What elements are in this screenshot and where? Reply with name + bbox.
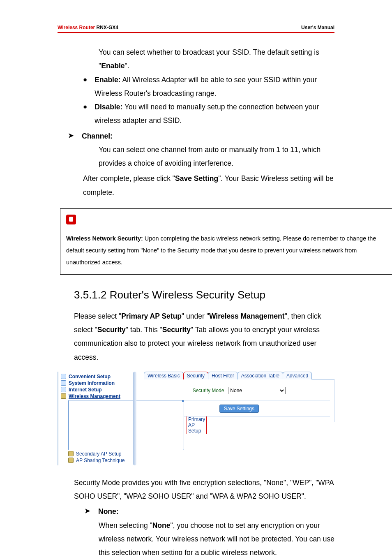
note-content: Wireless Network Security: Upon completi… [66, 233, 387, 268]
none-item-header: ➤ None: [74, 505, 334, 518]
bullet-icon: ● [83, 100, 87, 113]
none-label: None: [98, 505, 119, 518]
product-model: RNX-GX4 [97, 25, 118, 30]
page-icon [68, 400, 184, 450]
router-ui-screenshot: Convenient Setup System Information Inte… [58, 372, 334, 465]
none-description: When selecting "None", you choose not to… [99, 519, 334, 555]
tab-association-table[interactable]: Association Table [238, 372, 283, 379]
sidebar-item-primary-ap-setup[interactable]: Primary AP Setup [68, 400, 127, 451]
header-left: Wireless Router RNX-GX4 [58, 25, 118, 30]
disable-item: ● Disable: You will need to manually set… [58, 100, 334, 128]
bullet-icon: ● [83, 73, 87, 86]
security-mode-options-text: Security Mode provides you with five enc… [74, 476, 334, 504]
channel-item: ➤ Channel: [58, 130, 334, 143]
tab-security[interactable]: Security [183, 372, 208, 379]
sidebar-item-secondary-ap-setup[interactable]: Secondary AP Setup [68, 451, 127, 457]
security-setup-paragraph: Please select "Primary AP Setup" under "… [74, 310, 334, 364]
stop-hand-icon [66, 215, 76, 224]
folder-icon [61, 387, 66, 392]
enable-item: ● Enable: All Wireless Adapter will be a… [58, 73, 334, 101]
sidebar-divider [127, 372, 144, 465]
header-right: User's Manual [301, 25, 334, 30]
header-rule [58, 32, 334, 33]
save-settings-button[interactable]: Save Settings [219, 405, 259, 413]
enable-text: All Wireless Adapter will be able to see… [95, 76, 317, 97]
product-prefix: Wireless Router [58, 25, 95, 30]
tab-advanced[interactable]: Advanced [283, 372, 312, 379]
after-complete: After complete, please click "Save Setti… [83, 172, 334, 199]
page-header: Wireless Router RNX-GX4 User's Manual [58, 25, 334, 32]
tab-host-filter[interactable]: Host Filter [208, 372, 238, 379]
folder-icon [68, 458, 74, 463]
security-mode-row: Security Mode None [148, 384, 330, 400]
channel-text: You can select one channel from auto or … [99, 143, 334, 171]
channel-label: Channel: [82, 130, 113, 143]
arrow-icon: ➤ [68, 130, 74, 142]
sidebar-item-ap-sharing[interactable]: AP Sharing Technique [68, 457, 127, 464]
disable-label: Disable: [95, 103, 122, 111]
tab-bar: Wireless Basic Security Host Filter Asso… [144, 372, 334, 379]
folder-icon [61, 380, 66, 386]
disable-text: You will need to manually setup the conn… [95, 103, 319, 125]
sidebar-item-internet-setup[interactable]: Internet Setup [61, 386, 127, 393]
tab-wireless-basic[interactable]: Wireless Basic [144, 372, 184, 379]
enable-label: Enable: [95, 76, 120, 84]
security-note-box: Wireless Network Security: Upon completi… [60, 208, 392, 275]
folder-open-icon [61, 393, 66, 399]
security-mode-select[interactable]: None [228, 387, 286, 394]
ssid-intro: You can select whether to broadcast your… [99, 46, 334, 73]
arrow-icon: ➤ [85, 505, 90, 517]
folder-icon [68, 451, 74, 456]
sidebar-item-system-information[interactable]: System Information [61, 380, 127, 386]
security-mode-label: Security Mode [193, 388, 224, 393]
section-heading: 3.5.1.2 Router's Wireless Security Setup [74, 289, 334, 301]
folder-icon [61, 374, 66, 379]
sidebar-item-wireless-management[interactable]: Wireless Management [61, 393, 127, 400]
sidebar-item-convenient-setup[interactable]: Convenient Setup [61, 373, 127, 380]
router-sidebar: Convenient Setup System Information Inte… [58, 372, 127, 465]
